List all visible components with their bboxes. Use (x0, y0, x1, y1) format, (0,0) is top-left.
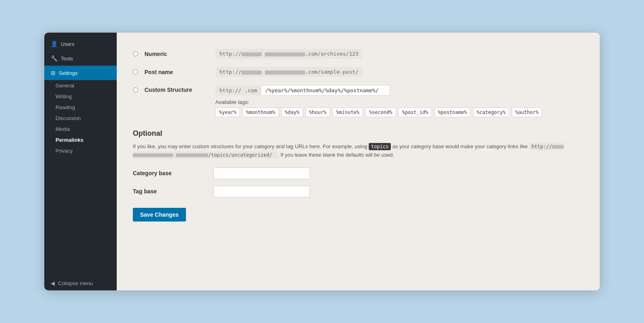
sidebar-sub-general-label: General (56, 83, 74, 89)
sidebar-item-settings-label: Settings (59, 70, 78, 76)
sidebar-item-users[interactable]: 👤 Users (44, 37, 117, 51)
user-icon: 👤 (51, 41, 58, 47)
tag-button-hour[interactable]: %hour% (305, 108, 330, 117)
sidebar-item-settings[interactable]: ⊞ Settings (44, 66, 117, 80)
tag-button-year[interactable]: %year% (215, 108, 240, 117)
postname-option-row: Post name http:// .com/sample-post/ (133, 63, 584, 81)
tag-base-row: Tag base (133, 186, 584, 197)
blur-3 (242, 70, 262, 75)
category-base-label: Category base (133, 170, 213, 176)
custom-structure-input[interactable] (261, 85, 390, 96)
sidebar-sub-privacy[interactable]: Privacy (44, 145, 117, 156)
blur-7 (552, 145, 564, 149)
collapse-menu-button[interactable]: ◀ Collapse menu (44, 276, 117, 290)
sidebar-sub-permalinks-label: Permalinks (56, 137, 83, 143)
custom-struct-prefix: http:// .com (215, 85, 261, 95)
tag-button-monthnum[interactable]: %monthnum% (242, 108, 279, 117)
sidebar-sub-reading-label: Reading (56, 104, 75, 110)
numeric-url-display: http:// .com/archives/123 (215, 49, 363, 59)
tag-button-second[interactable]: %second% (365, 108, 396, 117)
custom-structure-content: http:// .com Available tags: %year%%mont… (215, 85, 542, 117)
custom-option-row: Custom Structure http:// .com Available … (133, 81, 584, 121)
optional-title: Optional (133, 129, 584, 138)
sidebar-sub-media-label: Media (56, 126, 70, 132)
tools-icon: 🔧 (51, 55, 58, 62)
tag-base-input[interactable] (213, 186, 310, 197)
sidebar-sub-writing[interactable]: Writing (44, 91, 117, 102)
save-changes-button[interactable]: Save Changes (133, 208, 186, 222)
blur-4 (265, 70, 305, 75)
sidebar-sub-reading[interactable]: Reading (44, 102, 117, 113)
postname-radio[interactable] (133, 69, 138, 75)
blur-9 (176, 153, 208, 157)
available-tags-label: Available tags: (215, 99, 542, 105)
optional-desc-2: as your category base would make your ca… (392, 143, 528, 149)
sidebar-sub-discussion-label: Discussion (56, 115, 81, 121)
postname-url-display: http:// .com/sample-post/ (215, 67, 363, 77)
collapse-menu-label: Collapse menu (58, 280, 93, 286)
category-base-row: Category base (133, 168, 584, 179)
tag-button-postname[interactable]: %postname% (434, 108, 471, 117)
tag-button-post_id[interactable]: %post_id% (398, 108, 432, 117)
sidebar-sub-writing-label: Writing (56, 93, 72, 99)
main-content: Numeric http:// .com/archives/123 Post n… (117, 33, 600, 290)
tag-button-author[interactable]: %author% (512, 108, 542, 117)
sidebar-sub-media[interactable]: Media (44, 124, 117, 135)
tag-button-day[interactable]: %day% (281, 108, 303, 117)
blur-1 (242, 52, 262, 56)
sidebar-sub-general[interactable]: General (44, 80, 117, 91)
custom-struct-row: http:// .com (215, 85, 542, 96)
wp-admin-wrapper: 👤 Users 🔧 Tools ⊞ Settings General Writi… (44, 33, 600, 290)
category-base-input[interactable] (213, 168, 310, 179)
numeric-label[interactable]: Numeric (144, 51, 209, 57)
optional-code-example: topics (369, 143, 391, 150)
optional-url-suffix: /topics/uncategorized/ (208, 152, 272, 158)
optional-description: If you like, you may enter custom struct… (133, 143, 584, 159)
postname-label[interactable]: Post name (144, 69, 209, 75)
sidebar-item-users-label: Users (61, 41, 74, 47)
sidebar-sub-privacy-label: Privacy (56, 148, 73, 154)
tag-base-label: Tag base (133, 188, 213, 195)
sidebar-item-tools[interactable]: 🔧 Tools (44, 51, 117, 66)
collapse-icon: ◀ (51, 280, 55, 286)
numeric-option-row: Numeric http:// .com/archives/123 (133, 45, 584, 63)
custom-label[interactable]: Custom Structure (144, 85, 209, 93)
blur-2 (265, 52, 305, 56)
sidebar-sub-permalinks[interactable]: Permalinks (44, 135, 117, 145)
tag-buttons-container: %year%%monthnum%%day%%hour%%minute%%seco… (215, 108, 542, 117)
blur-8 (133, 153, 173, 157)
custom-radio[interactable] (133, 87, 138, 93)
sidebar: 👤 Users 🔧 Tools ⊞ Settings General Writi… (44, 33, 117, 290)
optional-desc-3: . If you leave these blank the defaults … (277, 152, 394, 158)
optional-desc-1: If you like, you may enter custom struct… (133, 143, 367, 149)
optional-section: Optional If you like, you may enter cust… (133, 129, 584, 222)
tag-button-category[interactable]: %category% (473, 108, 509, 117)
tag-button-minute[interactable]: %minute% (332, 108, 363, 117)
settings-icon: ⊞ (51, 70, 56, 76)
numeric-radio[interactable] (133, 51, 138, 56)
sidebar-item-tools-label: Tools (61, 56, 73, 62)
sidebar-sub-discussion[interactable]: Discussion (44, 113, 117, 124)
